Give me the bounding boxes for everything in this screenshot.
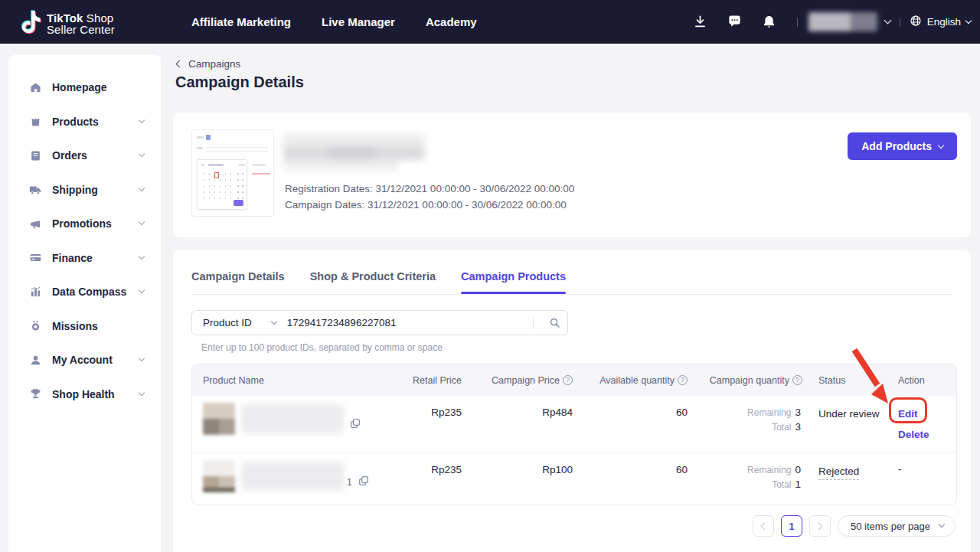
trophy-icon: [28, 387, 42, 401]
status-cell: Under review: [808, 396, 881, 452]
tab-shop-product-criteria[interactable]: Shop & Product Criteria: [310, 270, 436, 294]
chevron-down-icon: [938, 142, 944, 149]
nav-divider: [797, 18, 798, 27]
product-name-cell: [192, 396, 399, 452]
tiktok-shop-logo[interactable]: TikTok Shop Seller Center: [19, 10, 115, 38]
sidebar-item-shipping[interactable]: Shipping: [8, 173, 161, 207]
sidebar-item-my-account[interactable]: My Account: [8, 343, 161, 377]
nav-link-affiliate-marketing[interactable]: Affiliate Marketing: [191, 15, 291, 28]
items-per-page-select[interactable]: 50 items per page: [838, 515, 956, 537]
available-quantity-cell: 60: [579, 453, 694, 505]
campaign-thumbnail-image: [191, 129, 274, 217]
sidebar: Homepage Products Orders Shipping: [8, 55, 161, 552]
sidebar-item-products[interactable]: Products: [8, 105, 161, 139]
edit-button[interactable]: Edit: [898, 409, 918, 420]
campaign-detail-card: Campaign Details Shop & Product Criteria…: [173, 250, 971, 552]
add-products-button[interactable]: Add Products: [848, 132, 957, 160]
campaign-dates-block: Registration Dates: 31/12/2021 00:00:00 …: [285, 181, 574, 213]
language-selector[interactable]: English: [910, 15, 971, 29]
table-row: 1 Rp235 Rp100 60 Remaining0 Total1 Rejec…: [192, 452, 956, 505]
ok-button-mini: [234, 200, 243, 206]
prev-page-button[interactable]: [753, 515, 774, 537]
chevron-down-icon: [139, 390, 145, 396]
bell-icon[interactable]: [762, 15, 777, 30]
sidebar-item-orders[interactable]: Orders: [8, 139, 161, 173]
search-filter-select[interactable]: Product ID: [192, 317, 287, 328]
sidebar-item-data-compass[interactable]: Data Compass: [8, 275, 161, 309]
campaign-name-blurred: [283, 134, 425, 171]
help-icon[interactable]: [563, 375, 573, 385]
col-status: Status: [808, 375, 881, 386]
sidebar-item-shop-health[interactable]: Shop Health: [8, 377, 161, 412]
logo-text: TikTok Shop Seller Center: [47, 12, 115, 35]
next-page-button[interactable]: [809, 515, 831, 537]
col-retail-price: Retail Price: [399, 375, 468, 386]
top-navbar: TikTok Shop Seller Center Affiliate Mark…: [0, 0, 980, 44]
retail-price-cell: Rp235: [399, 396, 468, 452]
product-id-input[interactable]: [287, 317, 533, 328]
action-cell: -: [881, 453, 957, 505]
chat-icon[interactable]: [727, 15, 743, 30]
nav-link-live-manager[interactable]: Live Manager: [322, 15, 395, 28]
campaign-summary-card: Registration Dates: 31/12/2021 00:00:00 …: [173, 113, 971, 237]
tiktok-note-icon: [19, 10, 42, 38]
col-campaign-quantity: Campaign quantity: [694, 375, 808, 386]
date-picker-popup: [197, 159, 247, 210]
sidebar-item-missions[interactable]: Missions: [8, 309, 161, 344]
search-hint-text: Enter up to 100 product IDs, separated b…: [201, 342, 443, 353]
account-chevron-down-icon[interactable]: [884, 17, 891, 24]
product-search-bar: Product ID: [191, 310, 568, 335]
nav-right-cluster: English: [674, 0, 971, 44]
campaign-products-table: Product Name Retail Price Campaign Price…: [191, 364, 957, 505]
delete-button[interactable]: Delete: [898, 430, 929, 440]
selected-date-highlight: [214, 172, 219, 178]
tab-bar: Campaign Details Shop & Product Criteria…: [191, 250, 952, 295]
sidebar-item-promotions[interactable]: Promotions: [8, 207, 161, 241]
campaign-price-cell: Rp484: [468, 396, 579, 452]
back-chevron-icon: [176, 60, 184, 68]
chevron-down-icon: [139, 287, 145, 293]
status-cell: Rejected: [808, 453, 881, 505]
bag-icon: [28, 115, 42, 129]
chevron-down-icon: [139, 151, 145, 157]
col-available-quantity: Available quantity: [579, 375, 694, 386]
help-icon[interactable]: [792, 375, 802, 385]
table-row: Rp235 Rp484 60 Remaining3 Total3 Under r…: [192, 396, 956, 452]
action-cell: Edit Delete: [881, 396, 957, 452]
chart-icon: [28, 285, 42, 299]
chevron-down-icon: [139, 219, 145, 225]
globe-icon: [910, 15, 922, 29]
nav-divider: [900, 18, 900, 27]
home-icon: [28, 80, 42, 94]
tab-campaign-products[interactable]: Campaign Products: [461, 270, 566, 294]
account-name-blurred[interactable]: [808, 12, 877, 31]
product-name-blurred: [241, 404, 344, 433]
chevron-right-icon: [815, 522, 822, 530]
campaign-price-cell: Rp100: [468, 453, 579, 505]
product-name-suffix: 1: [347, 477, 352, 488]
page-number-button[interactable]: 1: [781, 515, 802, 537]
copy-icon[interactable]: [350, 418, 361, 431]
search-separator: [533, 318, 534, 328]
tiktok-shop-seller-center: TikTok Shop Seller Center Affiliate Mark…: [0, 0, 980, 552]
sidebar-item-homepage[interactable]: Homepage: [8, 70, 161, 105]
help-icon[interactable]: [678, 375, 688, 385]
chevron-down-icon: [139, 253, 145, 260]
no-action-dash: -: [898, 463, 902, 475]
copy-icon[interactable]: [358, 475, 369, 488]
chevron-down-icon: [139, 185, 145, 191]
sidebar-item-finance[interactable]: Finance: [8, 241, 161, 276]
nav-link-academy[interactable]: Academy: [426, 15, 477, 28]
chevron-left-icon: [760, 522, 768, 530]
breadcrumb-back-campaigns[interactable]: Campaigns: [177, 58, 240, 70]
col-product-name: Product Name: [192, 375, 399, 386]
download-icon[interactable]: [693, 15, 708, 30]
col-campaign-price: Campaign Price: [468, 375, 579, 386]
campaign-quantity-cell: Remaining3 Total3: [694, 396, 808, 452]
search-icon[interactable]: [541, 311, 567, 335]
registration-dates: Registration Dates: 31/12/2021 00:00:00 …: [285, 181, 574, 198]
table-header-row: Product Name Retail Price Campaign Price…: [192, 364, 956, 396]
campaign-quantity-cell: Remaining0 Total1: [694, 453, 808, 505]
tab-campaign-details[interactable]: Campaign Details: [191, 270, 285, 294]
nav-links: Affiliate Marketing Live Manager Academy: [191, 0, 477, 44]
